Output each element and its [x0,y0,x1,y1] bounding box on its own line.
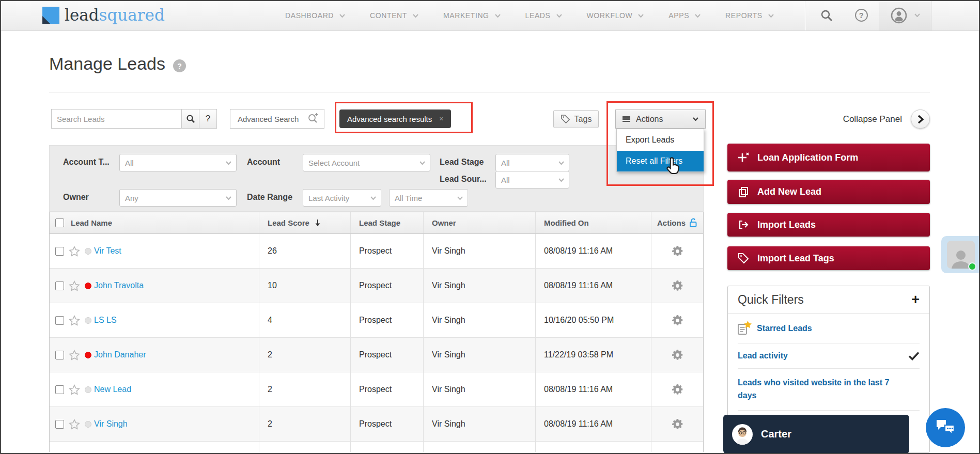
quick-filter-starred-leads[interactable]: Starred Leads [738,314,920,343]
row-checkbox[interactable] [55,316,64,325]
chevron-down-icon [693,117,698,121]
table-row[interactable]: John Travolta 10 Prospect Vir Singh 08/0… [50,269,703,303]
tags-button[interactable]: Tags [553,110,599,128]
col-lead-stage[interactable]: Lead Stage [351,212,424,233]
gear-icon[interactable] [671,349,684,362]
user-menu[interactable] [879,0,931,30]
account-type-select[interactable]: All [119,154,237,171]
lead-stage-cell: Prospect [351,234,424,268]
import-lead-tags-button[interactable]: Import Lead Tags [727,246,930,270]
row-checkbox[interactable] [55,420,64,429]
lead-name-link[interactable]: Vir Test [94,246,121,256]
table-row[interactable]: LS LS 4 Prospect Vir Singh 10/16/20 05:5… [50,303,703,338]
nav-item-reports[interactable]: REPORTS [725,11,774,20]
page-help-icon[interactable]: ? [173,59,186,72]
nav-menu: DASHBOARD CONTENT MARKETING LEADS WORKFL… [285,0,799,31]
user-icon [891,7,907,24]
global-search-button[interactable] [814,0,839,30]
table-row[interactable]: John Danaher 2 Prospect Vir Singh 11/22/… [50,338,703,372]
search-input[interactable] [51,109,182,129]
lead-name-link[interactable]: Vir Singh [94,419,128,429]
modified-on-cell: 08/08/19 11:16 AM [536,372,651,406]
sort-desc-icon [315,219,321,227]
page-header: Manage Leads ? [49,54,186,74]
loan-application-form-button[interactable]: Loan Application Form [727,144,930,171]
table-row[interactable]: Vir Singh 2 Prospect Vir Singh 08/08/19 … [50,407,703,442]
row-checkbox[interactable] [55,385,64,394]
chevron-down-icon [370,196,376,200]
row-checkbox[interactable] [55,281,64,290]
star-icon[interactable] [69,280,80,291]
lead-source-select[interactable]: All [495,171,569,189]
advanced-search-button[interactable]: Advanced Search [230,109,324,129]
col-actions[interactable]: Actions [651,212,703,233]
star-icon[interactable] [69,419,80,430]
gear-icon[interactable] [671,383,684,396]
search-help-button[interactable]: ? [199,109,217,129]
menu-item-export-leads[interactable]: Export Leads [617,129,704,151]
col-lead-name[interactable]: Lead Name [71,218,112,227]
close-icon[interactable]: × [439,115,443,123]
owner-select[interactable]: Any [119,189,237,207]
gear-icon[interactable] [671,245,684,258]
lead-name-link[interactable]: John Travolta [94,281,144,290]
lead-status-dot [85,352,91,358]
import-leads-button[interactable]: Import Leads [727,213,930,237]
modified-on-cell: 08/08/19 11:16 AM [536,407,651,441]
collapse-panel-button[interactable] [911,109,930,129]
col-modified-on[interactable]: Modified On [536,212,651,233]
leadsquared-logo[interactable]: leadsquared [42,7,165,24]
col-lead-score[interactable]: Lead Score [259,212,351,233]
page-title: Manage Leads [49,54,165,74]
select-all-checkbox[interactable] [55,218,64,227]
lead-name-link[interactable]: New Lead [94,385,131,394]
star-icon[interactable] [69,384,80,395]
chat-agent-bar[interactable]: Carter [723,415,909,453]
date-range-type-select[interactable]: Last Activity [303,189,381,207]
account-select[interactable]: Select Account [303,154,430,171]
lead-name-link[interactable]: John Danaher [94,350,146,359]
table-row[interactable]: Vir Test 26 Prospect Vir Singh 08/08/19 … [50,234,703,269]
lead-stage-select[interactable]: All [495,154,569,171]
nav-item-leads[interactable]: LEADS [525,11,562,20]
actions-dropdown-button[interactable]: Actions [615,109,706,129]
col-owner[interactable]: Owner [424,212,536,233]
search-submit-button[interactable] [181,109,199,129]
nav-item-marketing[interactable]: MARKETING [443,11,501,20]
nav-item-content[interactable]: CONTENT [370,11,418,20]
gear-icon[interactable] [671,418,684,431]
menu-item-reset-all-filters[interactable]: Reset all Filters [617,151,704,171]
gear-icon[interactable] [671,314,684,327]
import-lead-tags-label: Import Lead Tags [757,253,834,264]
gear-icon[interactable] [671,279,684,292]
nav-item-dashboard[interactable]: DASHBOARD [285,11,345,20]
table-row[interactable]: New Lead 2 Prospect Vir Singh 08/08/19 1… [50,372,703,407]
quick-filter-lead-activity[interactable]: Lead activity [738,343,920,369]
nav-item-apps[interactable]: APPS [668,11,701,20]
chip-label: Advanced search results [347,115,432,123]
chevron-down-icon [339,14,345,18]
star-icon[interactable] [69,246,80,257]
quick-filter-visited-website[interactable]: Leads who visited website in the last 7 … [738,369,920,411]
table-row-partial [50,442,703,452]
pages-icon [737,186,750,198]
add-new-lead-button[interactable]: Add New Lead [727,180,930,204]
star-icon[interactable] [69,350,80,361]
account-type-label: Account T... [63,158,110,167]
lead-status-dot [85,317,91,324]
date-range-period-select[interactable]: All Time [389,189,468,207]
advanced-search-results-chip[interactable]: Advanced search results × [339,109,451,128]
chat-bubble-button[interactable] [926,408,965,447]
quick-filter-label: Starred Leads [757,324,812,333]
feedback-avatar-widget[interactable] [941,236,980,273]
lead-score-cell: 26 [259,234,351,268]
add-quick-filter-button[interactable]: + [911,293,920,307]
row-checkbox[interactable] [55,247,64,256]
star-icon[interactable] [69,315,80,326]
date-range-type-value: Last Activity [308,194,349,202]
help-button[interactable]: ? [848,0,874,30]
row-checkbox[interactable] [55,351,64,359]
starred-document-icon [738,322,751,335]
nav-item-workflow[interactable]: WORKFLOW [587,11,644,20]
lead-name-link[interactable]: LS LS [94,316,117,325]
